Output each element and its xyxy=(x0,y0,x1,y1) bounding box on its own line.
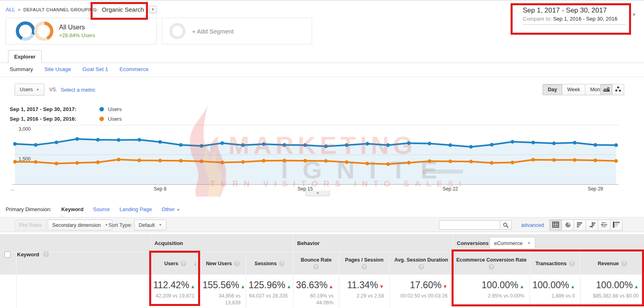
chart-type-group xyxy=(601,84,624,95)
metric-percent-value: 100.00%▲ xyxy=(532,280,575,291)
help-icon[interactable]: ? xyxy=(569,261,575,266)
term-cloud-view-button[interactable] xyxy=(598,220,610,231)
primary-dimension-other[interactable]: Other▼ xyxy=(162,206,180,212)
search-button[interactable] xyxy=(500,220,512,230)
primary-dimension-label: Primary Dimension: xyxy=(6,206,51,212)
dropdown-caret-icon: ▼ xyxy=(105,223,108,227)
channel-grouping-dropdown-button[interactable]: ▼ xyxy=(149,6,157,13)
up-arrow-icon: ▲ xyxy=(287,284,291,289)
secondary-dimension-button[interactable]: Secondary dimension ▼ xyxy=(48,220,112,230)
column-header-label[interactable]: Avg. Session Duration xyxy=(395,257,448,263)
help-icon[interactable]: ? xyxy=(489,264,494,270)
breadcrumb-all-link[interactable]: ALL xyxy=(6,6,15,13)
conversions-type-dropdown-button[interactable]: eCommerce▼ xyxy=(490,237,535,249)
advanced-search-link[interactable]: advanced xyxy=(521,222,544,228)
timeseries-chart[interactable] xyxy=(12,124,619,185)
column-header-users: Users?↓ xyxy=(150,252,200,274)
dropdown-caret-icon: ▼ xyxy=(159,223,162,227)
column-header-revenue: Revenue? xyxy=(580,252,644,274)
column-header-label[interactable]: Pages / Session xyxy=(345,257,383,263)
table-search-input[interactable] xyxy=(439,220,500,230)
pivot-view-icon xyxy=(613,222,620,229)
help-icon[interactable]: ? xyxy=(43,251,49,257)
column-group-label: Conversions xyxy=(457,240,489,246)
percentage-view-button[interactable] xyxy=(562,220,574,231)
chart-collapse-handle[interactable]: ▼ xyxy=(306,191,330,196)
column-header-label[interactable]: New Users xyxy=(206,261,232,266)
subtab-site-usage[interactable]: Site Usage xyxy=(44,66,71,72)
segment-donut-orange-icon xyxy=(34,21,53,41)
help-icon[interactable]: ? xyxy=(621,261,627,266)
tab-explorer[interactable]: Explorer xyxy=(8,50,42,63)
primary-dimension-keyword[interactable]: Keyword xyxy=(61,206,83,212)
subtab-goal-set-1[interactable]: Goal Set 1 xyxy=(82,66,108,72)
column-header-pages-session: Pages / Session? xyxy=(339,252,389,274)
help-icon[interactable]: ? xyxy=(234,261,240,266)
metric-bar: Users ▼ VS. Select a metric DayWeekMonth xyxy=(0,82,644,98)
compare-label: Compare to: xyxy=(523,16,552,22)
column-header-label[interactable]: Transactions xyxy=(535,261,566,266)
date-compare: Compare to: Sep 1, 2016 - Sep 30, 2016 xyxy=(523,16,626,25)
metric-comparison-value: 34,856 vs 13,639 xyxy=(203,293,241,306)
chart-legend: Sep 1, 2017 - Sep 30, 2017:UsersSep 1, 2… xyxy=(10,104,122,124)
help-icon[interactable]: ? xyxy=(181,261,186,266)
chevron-down-icon: ▼ xyxy=(316,191,319,195)
add-segment-label: + Add Segment xyxy=(192,28,234,35)
legend-date-label: Sep 1, 2016 - Sep 30, 2016: xyxy=(10,116,96,122)
metric-cell-ecommerce-conversion-rate: 100.00%▲2.95% vs 0.00% xyxy=(453,274,530,308)
table-view-icon xyxy=(552,222,559,229)
table-view-button[interactable] xyxy=(549,220,562,231)
metric-dropdown-button[interactable]: Users ▼ xyxy=(15,84,44,96)
help-icon[interactable]: ? xyxy=(418,264,424,270)
add-segment-button[interactable]: + Add Segment xyxy=(162,18,312,44)
pivot-view-button[interactable] xyxy=(610,220,623,231)
granularity-week-button[interactable]: Week xyxy=(562,84,585,95)
subtab-summary[interactable]: Summary xyxy=(10,66,33,72)
primary-dimension-source[interactable]: Source xyxy=(93,206,110,212)
x-axis-tick-label: ... xyxy=(11,186,15,192)
up-arrow-icon: ▲ xyxy=(570,284,575,289)
select-all-checkbox[interactable] xyxy=(4,251,11,258)
date-picker-caret-icon[interactable]: ▼ xyxy=(632,12,636,17)
column-header-label[interactable]: Bounce Rate xyxy=(301,257,332,263)
metric-percent-value: 17.60%▼ xyxy=(392,280,448,291)
percentage-view-icon xyxy=(565,222,571,229)
channel-grouping-selected[interactable]: Organic Search xyxy=(102,6,144,13)
date-range-picker[interactable]: Sep 1, 2017 - Sep 30, 2017 Compare to: S… xyxy=(523,6,626,25)
help-icon[interactable]: ? xyxy=(313,264,319,270)
plot-rows-button[interactable]: Plot Rows xyxy=(15,220,46,230)
segment-card-all-users[interactable]: All Users +28.84% Users xyxy=(6,18,157,44)
column-header-label[interactable]: Users xyxy=(164,261,178,266)
comparison-view-button[interactable] xyxy=(586,220,598,231)
help-icon[interactable]: ? xyxy=(279,261,285,266)
segment-donut-blue-icon xyxy=(16,21,35,41)
motion-chart-button[interactable] xyxy=(612,84,624,95)
metric-comparison-value: 2.29 vs 2.58 xyxy=(342,293,384,300)
dropdown-caret-icon: ▼ xyxy=(176,208,180,212)
line-chart-button[interactable] xyxy=(600,84,612,95)
column-header-label[interactable]: Revenue xyxy=(598,261,619,266)
primary-dimension-landing-page[interactable]: Landing Page xyxy=(120,206,152,212)
column-header-inner: Sessions? xyxy=(246,252,293,274)
select-a-metric-link[interactable]: Select a metric xyxy=(61,87,95,93)
legend-series-label: Users xyxy=(108,116,122,122)
help-icon[interactable]: ? xyxy=(361,264,367,270)
sort-type-dropdown-button[interactable]: Default ▼ xyxy=(134,220,167,230)
column-header-inner: New Users? xyxy=(200,252,246,274)
keyword-header-label: Keyword xyxy=(17,251,39,258)
legend-series-label: Users xyxy=(108,106,122,112)
metric-cell-avg-session-duration: 17.60%▼00:02:50 vs 00:03:26 xyxy=(389,274,453,308)
analytics-report-page: ALL » DEFAULT CHANNEL GROUPING: Organic … xyxy=(0,0,644,308)
column-header-label[interactable]: Sessions xyxy=(255,261,277,266)
granularity-day-button[interactable]: Day xyxy=(543,84,562,95)
column-header-label[interactable]: Ecommerce Conversion Rate xyxy=(456,257,527,263)
metric-cell-transactions: 100.00%▲1,886 vs 0 xyxy=(530,274,580,308)
secondary-dimension-label: Secondary dimension xyxy=(52,222,101,228)
column-header-transactions: Transactions? xyxy=(530,252,580,274)
primary-dimension-active-notch xyxy=(59,214,65,217)
subtab-ecommerce[interactable]: Ecommerce xyxy=(120,66,149,72)
column-header-bounce-rate: Bounce Rate? xyxy=(293,252,339,274)
column-header-inner: Users? xyxy=(151,252,200,274)
sort-descending-icon[interactable]: ↓ xyxy=(194,260,197,266)
performance-view-button[interactable] xyxy=(574,220,586,231)
